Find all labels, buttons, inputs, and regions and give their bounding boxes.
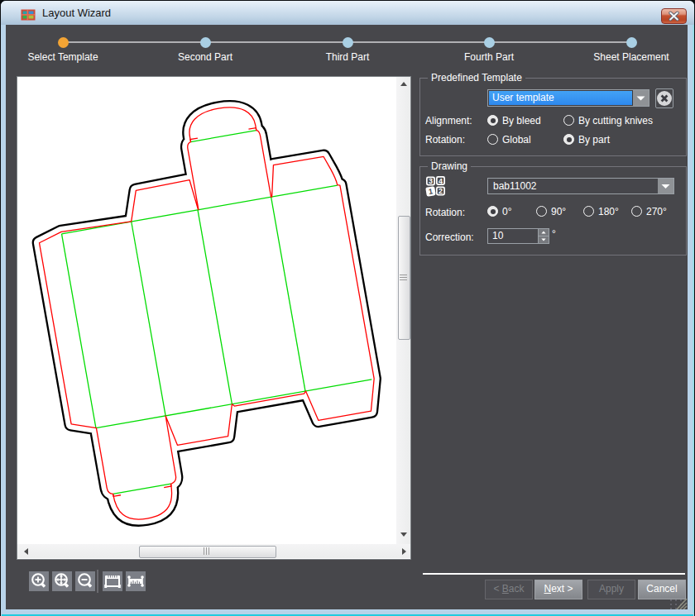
- svg-text:2: 2: [439, 187, 443, 195]
- svg-text:3: 3: [429, 177, 433, 185]
- svg-text:4: 4: [439, 177, 443, 185]
